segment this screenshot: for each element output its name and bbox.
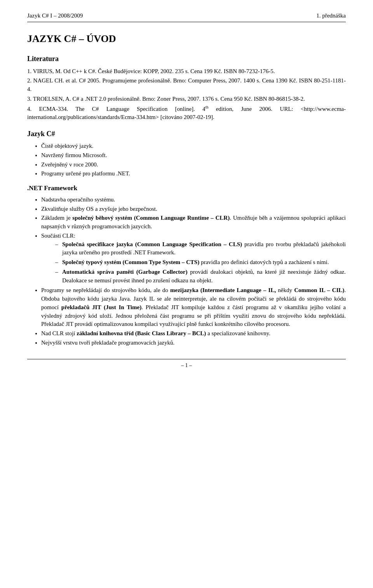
net-bullet4-pre: Součásti CLR: xyxy=(41,233,75,239)
page-header: Jazyk C# I – 2008/2009 1. přednáška xyxy=(27,12,346,22)
bcl-bullet-pre: Nad CLR stojí xyxy=(41,330,77,336)
lit-item-4-prefix: 4. ECMA-334. The C# Language Specificati… xyxy=(27,106,206,112)
prog-bullet-bold: mezijazyka (Intermediate Language – IL, xyxy=(170,287,276,293)
bcl-bullet-bold: základní knihovna tříd (Basic Class Libr… xyxy=(77,330,206,336)
dash-list: Společná specifikace jazyka (Common Lang… xyxy=(41,240,346,285)
net-framework-title: .NET Framework xyxy=(27,184,346,193)
net-bullet-6: Nad CLR stojí základní knihovna tříd (Ba… xyxy=(41,329,346,338)
lit-item-1: 1. VIRIUS, M. Od C++ k C#. České Budějov… xyxy=(27,67,346,76)
dash-item-2: Společný typový systém (Common Type Syst… xyxy=(62,258,346,267)
literatura-title: Literatura xyxy=(27,54,346,64)
jazyk-csharp-title: Jazyk C# xyxy=(27,129,346,139)
page-footer: – 1 – xyxy=(27,359,346,369)
dash2-bold: Společný typový systém (Common Type Syst… xyxy=(62,259,199,265)
prog-bullet-mid: někdy xyxy=(276,287,294,293)
jazyk-bullet-1: Čistě objektový jazyk. xyxy=(41,142,346,150)
dash-item-3: Automatická správa paměti (Garbage Colle… xyxy=(62,268,346,285)
prog-bullet-bold3: překladačů JIT (Just In Time) xyxy=(61,304,141,310)
header-right: 1. přednáška xyxy=(316,12,346,20)
lit-item-4: 4. ECMA-334. The C# Language Specificati… xyxy=(27,105,346,122)
lit-item-3: 3. TROELSEN, A. C# a .NET 2.0 profesioná… xyxy=(27,95,346,103)
net-bullet-list: Nadstavba operačního systému. Zkvalitňuj… xyxy=(27,196,346,347)
net-bullet3-bold: společný běhový systém (Common Language … xyxy=(72,215,230,221)
dash1-bold: Společná specifikace jazyka (Common Lang… xyxy=(62,241,242,247)
jazyk-bullet-2: Navržený firmou Microsoft. xyxy=(41,151,346,160)
header-left: Jazyk C# I – 2008/2009 xyxy=(27,12,83,20)
dash2-post: pravidla pro definici datových typů a za… xyxy=(199,259,329,265)
net-bullet3-pre: Základem je xyxy=(41,215,72,221)
bcl-bullet-post: a specializované knihovny. xyxy=(206,330,270,336)
prog-bullet-bold2: Common IL – CIL) xyxy=(294,287,344,293)
net-bullet-5: Programy se nepřekládají do strojového k… xyxy=(41,286,346,329)
net-bullet-1: Nadstavba operačního systému. xyxy=(41,196,346,204)
prog-bullet-pre: Programy se nepřekládají do strojového k… xyxy=(41,287,170,293)
net-bullet-2: Zkvalitňuje služby OS a zvyšuje jeho bez… xyxy=(41,205,346,214)
net-bullet-7: Nejvyšší vrstvu tvoří překladače program… xyxy=(41,339,346,347)
lit-item-2: 2. NAGEL CH. et al. C# 2005. Programujem… xyxy=(27,77,346,94)
jazyk-bullet-4: Programy určené pro platformu .NET. xyxy=(41,170,346,178)
dash3-bold: Automatická správa paměti (Garbage Colle… xyxy=(62,269,188,275)
jazyk-bullet-list: Čistě objektový jazyk. Navržený firmou M… xyxy=(27,142,346,178)
net-bullet-4: Součásti CLR: Společná specifikace jazyk… xyxy=(41,232,346,285)
jazyk-bullet-3: Zveřejněný v roce 2000. xyxy=(41,161,346,169)
main-title: JAZYK C# – ÚVOD xyxy=(27,32,346,46)
net-bullet-3: Základem je společný běhový systém (Comm… xyxy=(41,214,346,231)
dash-item-1: Společná specifikace jazyka (Common Lang… xyxy=(62,240,346,257)
